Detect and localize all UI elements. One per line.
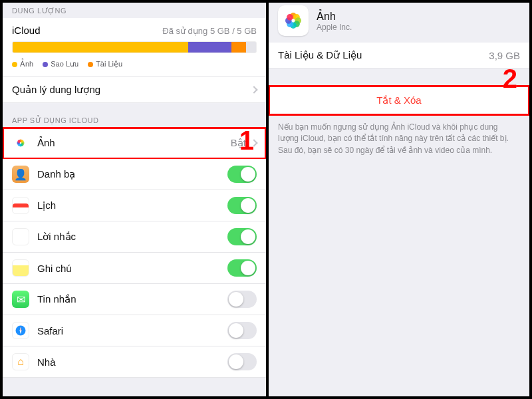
app-row-label: Danh bạ (37, 168, 75, 180)
home-icon: ⌂ (12, 353, 29, 370)
app-header: Ảnh Apple Inc. (269, 3, 529, 43)
storage-segment (188, 42, 232, 53)
app-row-reminders[interactable]: Lời nhắc (3, 221, 266, 253)
toggle-switch[interactable] (227, 259, 257, 277)
safari-icon (12, 322, 29, 339)
photos-app-icon (278, 5, 309, 36)
app-row-notes[interactable]: Ghi chú (3, 253, 266, 284)
legend-item: Sao Lưu (43, 60, 78, 68)
app-row-home[interactable]: ⌂Nhà (3, 346, 266, 378)
documents-data-value: 3,9 GB (489, 50, 520, 61)
app-row-label: Lời nhắc (37, 231, 76, 243)
icloud-label: iCloud (12, 25, 41, 36)
storage-summary-block: iCloud Đã sử dụng 5 GB / 5 GB ẢnhSao Lưu… (3, 18, 266, 77)
storage-bar (12, 41, 257, 53)
manage-storage-row[interactable]: Quản lý dung lượng (3, 77, 266, 103)
app-row-label: Ghi chú (37, 263, 72, 274)
toggle-knob (229, 354, 243, 369)
toggle-switch[interactable] (227, 228, 257, 245)
photos-icon (12, 134, 29, 152)
app-row-contacts[interactable]: 👤Danh bạ (3, 159, 266, 190)
toggle-knob (241, 167, 255, 182)
storage-segment (231, 42, 246, 53)
callout-number-1: 1 (239, 126, 254, 156)
callout-number-2: 2 (503, 64, 517, 94)
toggle-knob (241, 198, 255, 213)
toggle-switch[interactable] (227, 166, 257, 183)
footnote-text: Nếu bạn muốn ngưng sử dụng Ảnh iCloud và… (269, 115, 529, 163)
app-row-label: Nhà (37, 356, 56, 368)
toggle-knob (229, 323, 243, 338)
documents-data-row[interactable]: Tài Liệu & Dữ Liệu 3,9 GB (269, 43, 529, 68)
turn-off-and-delete-button[interactable]: Tắt & Xóa (269, 86, 529, 115)
section-header-apps: APP SỬ DỤNG ICLOUD (3, 112, 266, 128)
chevron-right-icon (250, 86, 257, 93)
toggle-knob (241, 261, 255, 275)
toggle-switch[interactable] (227, 322, 257, 339)
toggle-switch[interactable] (227, 197, 257, 214)
left-pane-icloud-storage: DUNG LƯỢNG iCloud Đã sử dụng 5 GB / 5 GB… (3, 3, 266, 396)
toggle-knob (241, 229, 255, 244)
app-row-calendar[interactable]: Lịch (3, 190, 266, 221)
right-pane-photos-detail: Ảnh Apple Inc. Tài Liệu & Dữ Liệu 3,9 GB… (266, 3, 529, 396)
manage-storage-label: Quản lý dung lượng (12, 84, 100, 96)
legend-item: Tài Liệu (88, 60, 122, 68)
section-header-storage: DUNG LƯỢNG (3, 3, 266, 18)
messages-icon: ✉ (12, 291, 29, 308)
reminders-icon (12, 228, 29, 245)
storage-usage-text: Đã sử dụng 5 GB / 5 GB (162, 26, 257, 36)
storage-legend: ẢnhSao LưuTài Liệu (12, 60, 257, 68)
notes-icon (12, 259, 29, 277)
app-row-label: Ảnh (37, 137, 55, 149)
legend-item: Ảnh (12, 60, 33, 68)
app-name-label: Ảnh (317, 10, 352, 23)
app-row-messages[interactable]: ✉Tin nhắn (3, 284, 266, 315)
app-row-label: Tin nhắn (37, 293, 76, 305)
toggle-switch[interactable] (227, 291, 257, 308)
turn-off-and-delete-label: Tắt & Xóa (376, 94, 421, 106)
app-row-safari[interactable]: Safari (3, 315, 266, 346)
toggle-knob (229, 292, 243, 307)
documents-data-label: Tài Liệu & Dữ Liệu (278, 49, 362, 61)
app-row-label: Safari (37, 325, 63, 336)
contacts-icon: 👤 (12, 166, 29, 183)
apps-using-icloud-list: ẢnhBật👤Danh bạLịchLời nhắcGhi chú✉Tin nh… (3, 128, 266, 378)
toggle-switch[interactable] (227, 353, 257, 370)
calendar-icon (12, 197, 29, 214)
storage-segment (13, 42, 188, 53)
tutorial-composite: DUNG LƯỢNG iCloud Đã sử dụng 5 GB / 5 GB… (0, 0, 532, 399)
app-vendor-label: Apple Inc. (317, 23, 352, 32)
app-row-label: Lịch (37, 200, 56, 211)
app-row-photos[interactable]: ẢnhBật (3, 128, 266, 159)
